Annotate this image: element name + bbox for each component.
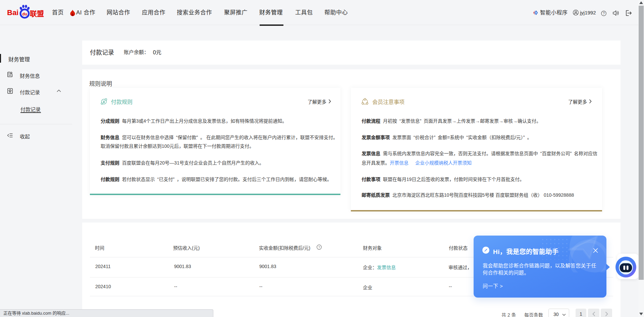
svg-text:Bai: Bai	[7, 8, 18, 17]
svg-text:联盟: 联盟	[30, 10, 44, 17]
svg-text:du: du	[22, 12, 28, 16]
svg-text:?: ?	[603, 12, 605, 15]
svg-text:?: ?	[318, 245, 320, 249]
